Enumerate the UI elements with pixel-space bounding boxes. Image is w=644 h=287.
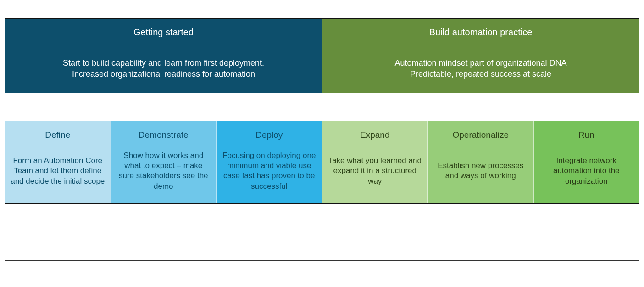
step-title: Deploy [217, 121, 322, 145]
step-title: Expand [322, 121, 428, 145]
step-desc: Integrate network automation into the or… [534, 144, 639, 203]
step-operationalize: Operationalize Establish new processes a… [427, 121, 533, 203]
phase-desc-right: Automation mindset part of organizationa… [322, 46, 639, 93]
step-desc: Form an Automation Core Team and let the… [5, 144, 111, 203]
phase-getting-started: Getting started Start to build capabilit… [5, 19, 322, 93]
bottom-bracket [5, 253, 639, 261]
step-title: Operationalize [428, 121, 533, 145]
step-title: Run [534, 121, 639, 145]
phase-desc-left: Start to build capability and learn from… [5, 46, 322, 93]
step-deploy: Deploy Focusing on deploying one minimum… [216, 121, 322, 203]
phases-row: Getting started Start to build capabilit… [5, 18, 639, 93]
phase-title-left: Getting started [5, 19, 322, 46]
step-title: Define [5, 121, 111, 145]
step-expand: Expand Take what you learned and expand … [322, 121, 428, 203]
top-bracket [5, 11, 639, 18]
step-desc: Establish new processes and ways of work… [428, 144, 533, 203]
phase-build-practice: Build automation practice Automation min… [322, 19, 639, 93]
step-desc: Focusing on deploying one minimum and vi… [217, 144, 322, 203]
step-title: Demonstrate [111, 121, 217, 145]
step-desc: Take what you learned and expand it in a… [322, 144, 428, 203]
phase-desc-right-line1: Automation mindset part of organizationa… [394, 58, 566, 68]
step-define: Define Form an Automation Core Team and … [5, 121, 111, 203]
step-run: Run Integrate network automation into th… [533, 121, 639, 203]
step-demonstrate: Demonstrate Show how it works and what t… [111, 121, 217, 203]
phase-desc-left-line2: Increased organizational readiness for a… [72, 69, 255, 79]
step-desc: Show how it works and what to expect – m… [111, 144, 217, 203]
steps-row: Define Form an Automation Core Team and … [5, 121, 639, 204]
diagram-frame: Getting started Start to build capabilit… [5, 18, 639, 204]
phase-title-right: Build automation practice [322, 19, 639, 46]
phase-desc-right-line2: Predictable, repeated success at scale [410, 69, 551, 79]
phase-desc-left-line1: Start to build capability and learn from… [63, 58, 264, 68]
